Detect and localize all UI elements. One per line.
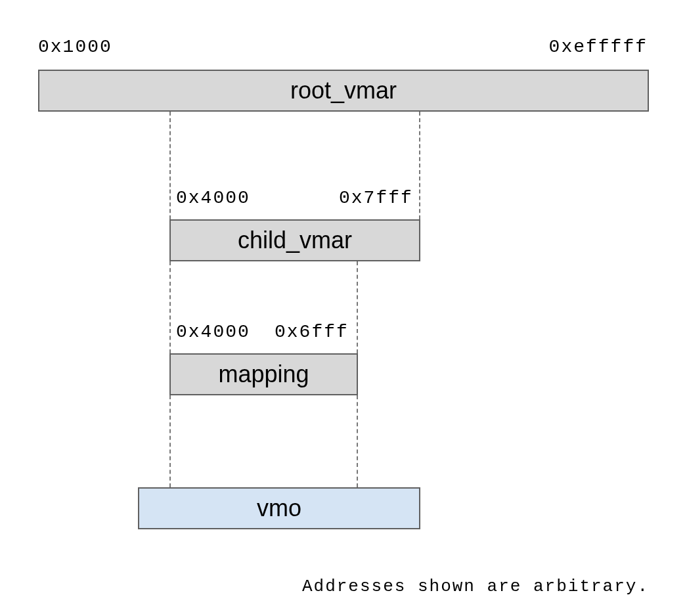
root-vmar-end-addr: 0xefffff [549, 37, 648, 57]
dash-line [169, 261, 171, 353]
mapping-start-addr: 0x4000 [176, 322, 250, 342]
root-vmar-box: root_vmar [38, 70, 649, 112]
footnote-text: Addresses shown are arbitrary. [302, 577, 649, 596]
child-vmar-start-addr: 0x4000 [176, 188, 250, 208]
vmo-label: vmo [257, 495, 301, 522]
child-vmar-label: child_vmar [238, 227, 352, 254]
root-vmar-start-addr: 0x1000 [38, 37, 112, 57]
dash-line [419, 112, 420, 219]
dash-line [357, 395, 358, 487]
child-vmar-end-addr: 0x7fff [339, 188, 413, 208]
child-vmar-box: child_vmar [169, 219, 420, 261]
mapping-end-addr: 0x6fff [275, 322, 349, 342]
root-vmar-label: root_vmar [290, 77, 397, 104]
vmar-diagram: 0x1000 0xefffff root_vmar 0x4000 0x7fff … [0, 0, 687, 616]
mapping-label: mapping [218, 361, 309, 388]
dash-line [357, 261, 358, 353]
mapping-box: mapping [169, 353, 358, 395]
vmo-box: vmo [138, 487, 420, 529]
dash-line [169, 395, 171, 487]
dash-line [169, 112, 171, 219]
